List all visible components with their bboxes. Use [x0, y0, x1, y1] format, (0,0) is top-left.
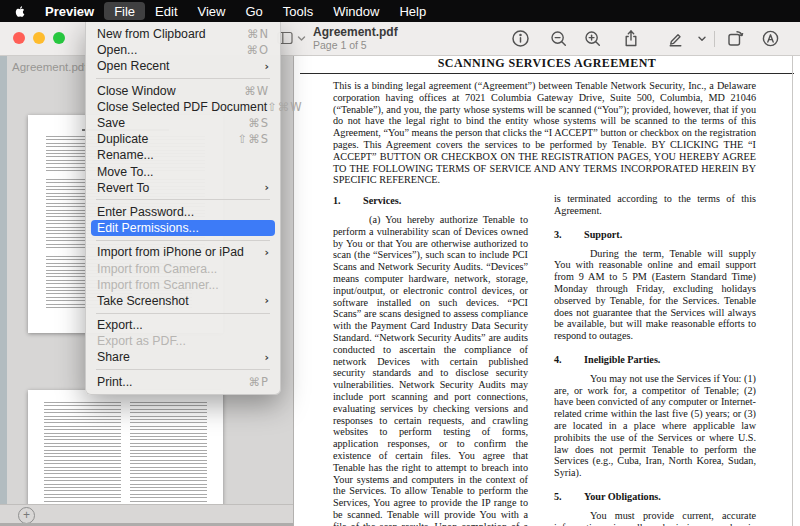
submenu-chevron-icon: ›: [264, 181, 269, 194]
menu-bar: PreviewFileEditViewGoToolsWindowHelp: [0, 0, 800, 22]
document-left-column: 1. Services. (a) You hereby authorize Te…: [333, 193, 528, 526]
rotate-icon[interactable]: [718, 27, 753, 51]
menu-item-duplicate[interactable]: Duplicate⇧⌘S: [91, 131, 275, 147]
menu-item-move-to[interactable]: Move To...: [91, 164, 275, 180]
section-title: Support.: [584, 229, 622, 241]
toolbar-divider: [714, 31, 715, 47]
document-intro-paragraph: This is a binding legal agreement (“Agre…: [333, 80, 756, 186]
menubar-item-go[interactable]: Go: [235, 2, 272, 20]
file-menu: New from Clipboard⌘NOpen...⌘OOpen Recent…: [85, 22, 281, 395]
submenu-chevron-icon: ›: [264, 246, 269, 259]
apple-menu-icon[interactable]: [14, 4, 27, 19]
menu-item-export-as-pdf: Export as PDF...: [91, 333, 275, 349]
menu-item-open[interactable]: Open...⌘O: [91, 42, 275, 58]
page-right-edge: [792, 55, 793, 526]
highlight-icon[interactable]: [753, 27, 788, 51]
menu-separator: [96, 78, 270, 79]
minimize-window-button[interactable]: [33, 32, 45, 44]
menu-item-import-from-camera: Import from Camera...: [91, 260, 275, 276]
page-indicator: Page 1 of 5: [313, 39, 398, 51]
close-window-button[interactable]: [13, 32, 25, 44]
section-paragraph: (a) You hereby authorize Tenable to perf…: [333, 214, 528, 526]
menubar-item-file[interactable]: File: [104, 2, 145, 20]
menu-separator: [96, 240, 270, 241]
zoom-out-icon[interactable]: [542, 27, 576, 51]
menubar-item-preview[interactable]: Preview: [35, 2, 104, 20]
preview-app-screen: Agreement.pdf + SCANNING SERVICES AGREEM…: [0, 0, 800, 526]
markup-dropdown-chevron-icon[interactable]: [693, 27, 711, 51]
section-paragraph: During the term, Tenable will supply You…: [554, 248, 756, 342]
window-left-edge: [0, 55, 7, 526]
info-icon[interactable]: [503, 27, 538, 51]
menu-item-close-selected-pdf-document[interactable]: Close Selected PDF Document⇧⌘W: [91, 99, 275, 115]
markup-pencil-icon[interactable]: [658, 27, 693, 51]
section-number: 5.: [554, 491, 584, 503]
menu-item-export[interactable]: Export...: [91, 317, 275, 333]
section-title: Your Obligations.: [584, 491, 661, 503]
section-paragraph: You must provide current, accurate infor…: [554, 510, 756, 526]
zoom-in-icon[interactable]: [576, 27, 610, 51]
window-title: Agreement.pdf: [313, 25, 398, 39]
menu-item-enter-password[interactable]: Enter Password...: [91, 204, 275, 220]
menu-item-revert-to[interactable]: Revert To›: [91, 180, 275, 196]
menu-separator: [96, 313, 270, 314]
menu-item-print[interactable]: Print...⌘P: [91, 374, 275, 390]
submenu-chevron-icon: ›: [264, 60, 269, 73]
menubar-item-tools[interactable]: Tools: [273, 2, 323, 20]
submenu-chevron-icon: ›: [264, 351, 269, 364]
section-number: 3.: [554, 229, 584, 241]
menu-item-take-screenshot[interactable]: Take Screenshot›: [91, 293, 275, 309]
title-chevron-down-icon[interactable]: [297, 35, 306, 42]
section-number: 1.: [333, 195, 363, 207]
pdf-document-view[interactable]: SCANNING SERVICES AGREEMENT This is a bi…: [294, 55, 800, 526]
section-title: Ineligible Parties.: [584, 354, 660, 366]
sidebar-document-label: Agreement.pdf: [12, 61, 87, 73]
section-paragraph: You may not use the Services if You: (1)…: [554, 373, 756, 479]
zoom-window-button[interactable]: [53, 32, 65, 44]
document-title: SCANNING SERVICES AGREEMENT: [294, 56, 800, 71]
menubar-item-window[interactable]: Window: [323, 2, 389, 20]
menu-item-rename[interactable]: Rename...: [91, 147, 275, 163]
add-icon[interactable]: +: [18, 507, 35, 524]
menubar-item-help[interactable]: Help: [389, 2, 436, 20]
menubar-item-edit[interactable]: Edit: [145, 2, 187, 20]
menu-bar-items: PreviewFileEditViewGoToolsWindowHelp: [35, 2, 436, 20]
document-title-rule: [300, 73, 794, 74]
submenu-chevron-icon: ›: [264, 294, 269, 307]
continuation-paragraph: is terminated according to the terms of …: [554, 193, 756, 217]
document-right-column: is terminated according to the terms of …: [554, 193, 756, 526]
menubar-item-view[interactable]: View: [188, 2, 236, 20]
menu-item-save[interactable]: Save⌘S: [91, 115, 275, 131]
menu-item-import-from-iphone-or-ipad[interactable]: Import from iPhone or iPad›: [91, 244, 275, 260]
section-title: Services.: [363, 195, 401, 207]
menu-item-import-from-scanner: Import from Scanner...: [91, 277, 275, 293]
menu-separator: [96, 369, 270, 370]
menu-item-new-from-clipboard[interactable]: New from Clipboard⌘N: [91, 26, 275, 42]
section-number: 4.: [554, 354, 584, 366]
share-icon[interactable]: [614, 27, 648, 51]
menu-item-share[interactable]: Share›: [91, 349, 275, 365]
menu-item-edit-permissions[interactable]: Edit Permissions...: [91, 220, 275, 236]
menu-item-open-recent[interactable]: Open Recent›: [91, 58, 275, 74]
menu-separator: [96, 199, 270, 200]
menu-item-close-window[interactable]: Close Window⌘W: [91, 83, 275, 99]
